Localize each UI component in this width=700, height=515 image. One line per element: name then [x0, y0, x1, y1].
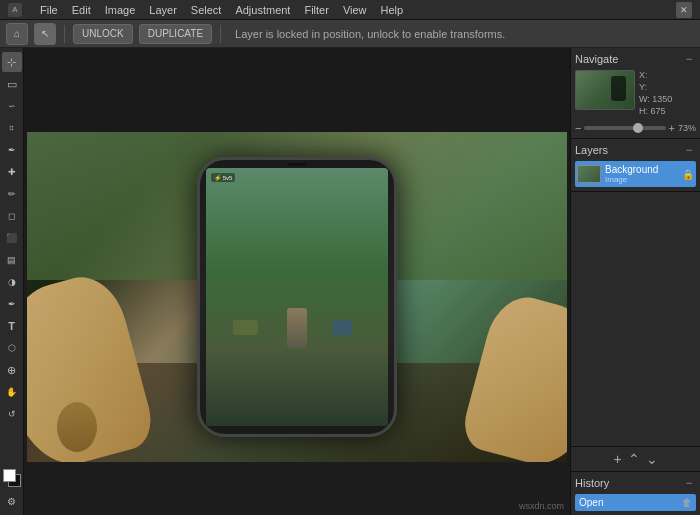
game-scene: ⚡ 5v5	[206, 168, 388, 426]
toolbar: ⌂ ↖ UNLOCK DUPLICATE Layer is locked in …	[0, 20, 700, 48]
layer-info: Background Image	[605, 164, 678, 184]
nav-thumb-phone	[611, 76, 626, 101]
tool-pen[interactable]: ✒	[2, 294, 22, 314]
game-vehicle-1	[233, 320, 258, 335]
phone-screen: ⚡ 5v5	[206, 168, 388, 426]
layer-item-background[interactable]: Background Image 🔒	[575, 161, 696, 187]
tool-hand[interactable]: ✋	[2, 382, 22, 402]
nav-h: H: 675	[639, 106, 696, 116]
nav-zoom-value: 73%	[678, 123, 696, 133]
canvas-container[interactable]: ⚡ 5v5	[27, 132, 567, 462]
navigate-header: Navigate −	[575, 52, 696, 66]
layers-spacer	[571, 192, 700, 446]
history-header: History −	[575, 476, 696, 490]
game-vehicle-2	[332, 320, 352, 335]
layer-controls: + ⌃ ⌄	[571, 446, 700, 471]
game-ui-top: ⚡ 5v5	[211, 173, 235, 182]
watermark: wsxdn.com	[519, 501, 564, 511]
nav-y: Y:	[639, 82, 696, 92]
tool-settings[interactable]: ⚙	[2, 491, 22, 511]
layer-type: Image	[605, 175, 678, 184]
tool-rotate[interactable]: ↺	[2, 404, 22, 424]
history-title: History	[575, 477, 609, 489]
main-area: ⊹ ▭ ∽ ⌗ ✒ ✚ ✏ ◻ ⬛ ▤ ◑ ✒ T ⬡ ⊕ ✋ ↺ ⚙	[0, 48, 700, 515]
canvas-area[interactable]: ⚡ 5v5 ws	[24, 48, 570, 515]
nav-slider-thumb	[633, 123, 643, 133]
navigate-collapse-btn[interactable]: −	[682, 52, 696, 66]
tool-lasso[interactable]: ∽	[2, 96, 22, 116]
app-icon: A	[8, 3, 22, 17]
layer-name: Background	[605, 164, 678, 175]
fg-color-swatch[interactable]	[3, 469, 16, 482]
tool-brush[interactable]: ✏	[2, 184, 22, 204]
layer-more-btn[interactable]: ⌄	[646, 451, 658, 467]
tool-fill[interactable]: ⬛	[2, 228, 22, 248]
nav-plus[interactable]: +	[669, 122, 675, 134]
menu-image[interactable]: Image	[105, 4, 136, 16]
toolbar-sep-2	[220, 25, 221, 43]
layers-section: Layers − Background Image 🔒	[571, 139, 700, 192]
nav-thumbnail	[575, 70, 635, 110]
menu-help[interactable]: Help	[381, 4, 404, 16]
menu-bar: A File Edit Image Layer Select Adjustmen…	[0, 0, 700, 20]
nav-zoom-slider[interactable]	[584, 126, 665, 130]
duplicate-button[interactable]: DUPLICATE	[139, 24, 212, 44]
nav-slider-row: − + 73%	[575, 122, 696, 134]
toolbar-message: Layer is locked in position, unlock to e…	[235, 28, 505, 40]
tool-healing[interactable]: ✚	[2, 162, 22, 182]
layers-header: Layers −	[575, 143, 696, 157]
history-collapse-btn[interactable]: −	[682, 476, 696, 490]
layer-lock-icon: 🔒	[682, 169, 694, 180]
menu-adjustment[interactable]: Adjustment	[235, 4, 290, 16]
layer-delete-btn[interactable]: ⌃	[628, 451, 640, 467]
nav-info: X: Y: W: 1350 H: 675	[639, 70, 696, 118]
window-close-btn[interactable]: ✕	[676, 2, 692, 18]
menu-view[interactable]: View	[343, 4, 367, 16]
game-character	[287, 308, 307, 348]
menu-select[interactable]: Select	[191, 4, 222, 16]
right-panel: Navigate − X: Y: W: 1350 H: 675 −	[570, 48, 700, 515]
nav-w: W: 1350	[639, 94, 696, 104]
layers-collapse-btn[interactable]: −	[682, 143, 696, 157]
tool-zoom[interactable]: ⊕	[2, 360, 22, 380]
navigate-section: Navigate − X: Y: W: 1350 H: 675 −	[571, 48, 700, 139]
nav-x: X:	[639, 70, 696, 80]
navigate-title: Navigate	[575, 53, 618, 65]
nav-minus[interactable]: −	[575, 122, 581, 134]
history-item-open[interactable]: Open 🗑	[575, 494, 696, 511]
history-trash-icon[interactable]: 🗑	[682, 497, 692, 508]
select-tool-btn[interactable]: ↖	[34, 23, 56, 45]
menu-edit[interactable]: Edit	[72, 4, 91, 16]
layers-title: Layers	[575, 144, 608, 156]
tool-eraser[interactable]: ◻	[2, 206, 22, 226]
canvas-image: ⚡ 5v5	[27, 132, 567, 462]
phone-overlay: ⚡ 5v5	[197, 157, 397, 437]
scene-container: ⚡ 5v5	[27, 132, 567, 462]
tool-text[interactable]: T	[2, 316, 22, 336]
menu-filter[interactable]: Filter	[304, 4, 328, 16]
bowl-decoration	[57, 402, 97, 452]
color-swatches[interactable]	[3, 469, 21, 487]
menu-layer[interactable]: Layer	[149, 4, 177, 16]
history-item-label: Open	[579, 497, 603, 508]
layer-thumbnail	[577, 165, 601, 183]
history-section: History − Open 🗑	[571, 471, 700, 515]
tool-select-rect[interactable]: ▭	[2, 74, 22, 94]
home-btn[interactable]: ⌂	[6, 23, 28, 45]
phone-notch	[287, 163, 307, 166]
navigate-content: X: Y: W: 1350 H: 675	[575, 70, 696, 118]
hand-right	[458, 289, 567, 462]
layer-add-btn[interactable]: +	[613, 451, 621, 467]
tool-shape[interactable]: ⬡	[2, 338, 22, 358]
tool-eyedropper[interactable]: ✒	[2, 140, 22, 160]
unlock-button[interactable]: UNLOCK	[73, 24, 133, 44]
tool-move[interactable]: ⊹	[2, 52, 22, 72]
tool-gradient[interactable]: ▤	[2, 250, 22, 270]
toolbar-sep-1	[64, 25, 65, 43]
tool-crop[interactable]: ⌗	[2, 118, 22, 138]
left-tool-panel: ⊹ ▭ ∽ ⌗ ✒ ✚ ✏ ◻ ⬛ ▤ ◑ ✒ T ⬡ ⊕ ✋ ↺ ⚙	[0, 48, 24, 515]
menu-file[interactable]: File	[40, 4, 58, 16]
tool-dodge[interactable]: ◑	[2, 272, 22, 292]
